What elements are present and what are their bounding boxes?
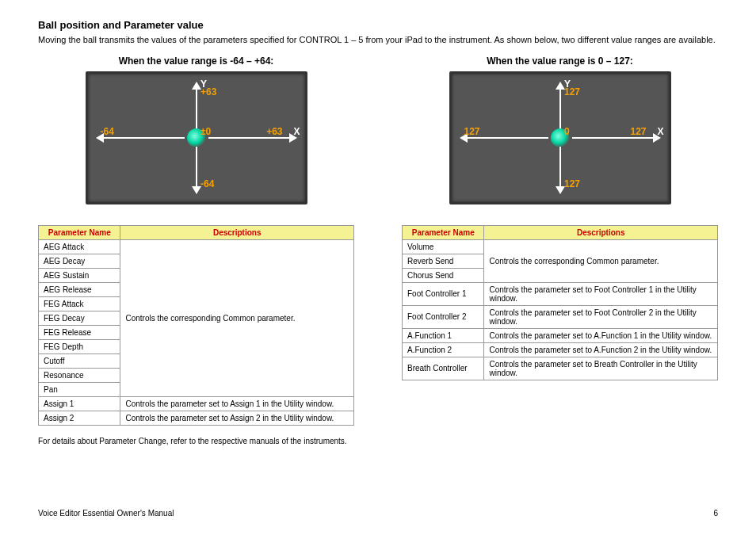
param-desc-cell: Controls the parameter set to A.Function… <box>484 328 718 342</box>
intro-paragraph: Moving the ball transmits the values of … <box>38 34 718 46</box>
param-name-cell: Chorus Send <box>403 268 484 282</box>
param-desc-cell: Controls the parameter set to A.Function… <box>484 342 718 357</box>
param-name-cell: Breath Controller <box>403 357 484 380</box>
param-desc-cell: Controls the parameter set to Foot Contr… <box>484 305 718 328</box>
arrow-down-icon <box>559 147 561 193</box>
col-header-param: Parameter Name <box>403 225 484 239</box>
param-name-cell: Volume <box>403 239 484 254</box>
pad-top-value: +63 <box>200 86 216 97</box>
right-column: When the value range is 0 – 127: Y X 127… <box>402 54 718 453</box>
right-subhead: When the value range is 0 – 127: <box>402 55 718 67</box>
xy-pad-left[interactable]: Y X +63 +63 -64 -64 ±0 <box>86 71 307 204</box>
param-name-cell: FEG Attack <box>39 296 120 311</box>
param-name-cell: Pan <box>39 382 120 396</box>
left-subhead: When the value range is -64 – +64: <box>38 55 354 67</box>
pad-right-value: 127 <box>630 126 646 137</box>
pad-left-value: -64 <box>101 126 114 137</box>
section-heading: Ball position and Parameter value <box>38 19 718 31</box>
param-name-cell: AEG Attack <box>39 239 120 254</box>
arrow-up-icon <box>559 83 561 129</box>
table-row: A.Function 1Controls the parameter set t… <box>403 328 718 342</box>
page-footer: Voice Editor Essential Owner's Manual 6 <box>38 509 718 518</box>
col-header-param: Parameter Name <box>39 225 120 239</box>
param-desc-cell: Controls the parameter set to Breath Con… <box>484 357 718 380</box>
pad-center-value: ±0 <box>200 126 211 137</box>
table-row: Breath ControllerControls the parameter … <box>403 357 718 380</box>
footnote: For details about Parameter Change, refe… <box>38 437 354 445</box>
table-row: VolumeControls the corresponding Common … <box>403 239 718 254</box>
param-name-cell: A.Function 1 <box>403 328 484 342</box>
xy-pad-right[interactable]: Y X 127 127 127 127 0 <box>449 71 671 204</box>
param-name-cell: FEG Decay <box>39 311 120 325</box>
col-header-desc: Descriptions <box>484 225 718 239</box>
arrow-down-icon <box>196 147 197 193</box>
page-number: 6 <box>713 509 718 518</box>
x-axis-label: X <box>293 126 300 137</box>
arrow-up-icon <box>196 83 197 129</box>
table-row: A.Function 2Controls the parameter set t… <box>403 342 718 357</box>
table-row: Foot Controller 1Controls the parameter … <box>403 282 718 305</box>
table-row: Assign 2Controls the parameter set to As… <box>39 411 354 425</box>
param-table-left: Parameter Name Descriptions AEG AttackCo… <box>38 225 354 426</box>
param-desc-cell: Controls the parameter set to Foot Contr… <box>484 282 718 305</box>
param-name-cell: Foot Controller 2 <box>403 305 484 328</box>
footer-title: Voice Editor Essential Owner's Manual <box>38 509 174 518</box>
param-name-cell: Assign 2 <box>39 411 120 425</box>
param-desc-cell: Controls the corresponding Common parame… <box>120 239 354 396</box>
param-name-cell: Reverb Send <box>403 254 484 268</box>
param-name-cell: Resonance <box>39 368 120 382</box>
pad-bottom-value: 127 <box>564 178 580 189</box>
param-desc-cell: Controls the parameter set to Assign 2 i… <box>120 411 354 425</box>
table-row: AEG AttackControls the corresponding Com… <box>39 239 354 254</box>
left-column: When the value range is -64 – +64: Y X +… <box>38 54 354 453</box>
pad-right-value: +63 <box>266 126 282 137</box>
param-name-cell: Cutoff <box>39 353 120 368</box>
param-name-cell: AEG Sustain <box>39 268 120 282</box>
table-row: Foot Controller 2Controls the parameter … <box>403 305 718 328</box>
param-desc-cell: Controls the parameter set to Assign 1 i… <box>120 396 354 411</box>
pad-bottom-value: -64 <box>200 178 214 189</box>
param-name-cell: AEG Decay <box>39 254 120 268</box>
table-row: Assign 1Controls the parameter set to As… <box>39 396 354 411</box>
param-name-cell: AEG Release <box>39 282 120 296</box>
param-name-cell: FEG Release <box>39 325 120 339</box>
param-name-cell: A.Function 2 <box>403 342 484 357</box>
x-axis-label: X <box>657 126 663 137</box>
pad-top-value: 127 <box>564 86 580 97</box>
param-name-cell: Foot Controller 1 <box>403 282 484 305</box>
param-table-right: Parameter Name Descriptions VolumeContro… <box>402 225 718 380</box>
param-name-cell: FEG Depth <box>39 339 120 353</box>
pad-left-value: 127 <box>464 126 480 137</box>
param-desc-cell: Controls the corresponding Common parame… <box>484 239 718 282</box>
pad-center-value: 0 <box>564 126 570 137</box>
columns: When the value range is -64 – +64: Y X +… <box>38 54 718 453</box>
col-header-desc: Descriptions <box>120 225 354 239</box>
param-name-cell: Assign 1 <box>39 396 120 411</box>
